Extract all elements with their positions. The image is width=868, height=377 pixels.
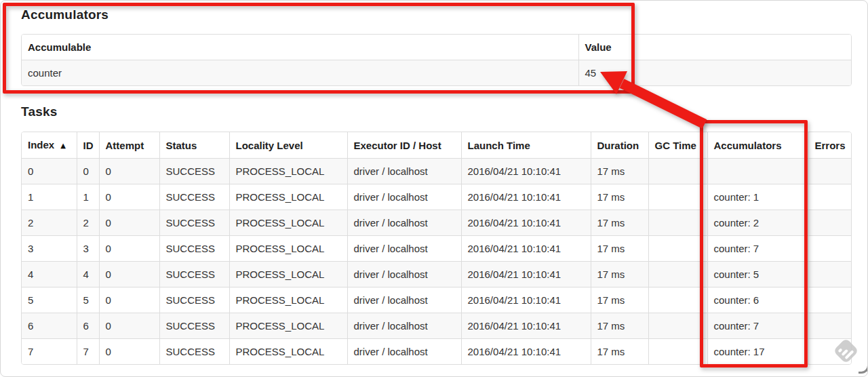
column-header-index-label: Index — [28, 139, 54, 151]
task-row: 000SUCCESSPROCESS_LOCALdriver / localhos… — [22, 159, 852, 184]
cell-index: 3 — [22, 236, 77, 262]
cell-locality-level: PROCESS_LOCAL — [229, 236, 347, 262]
task-row: 770SUCCESSPROCESS_LOCALdriver / localhos… — [22, 339, 852, 365]
column-header-launch-time[interactable]: Launch Time — [461, 132, 591, 159]
task-row: 660SUCCESSPROCESS_LOCALdriver / localhos… — [22, 313, 852, 339]
cell-accumulators: counter: 7 — [707, 313, 808, 339]
cell-gc-time — [648, 159, 707, 184]
column-header-status[interactable]: Status — [159, 132, 229, 159]
cell-status: SUCCESS — [159, 262, 229, 287]
cell-status: SUCCESS — [159, 287, 229, 313]
cell-accumulators: counter: 17 — [707, 339, 808, 365]
cell-index: 6 — [22, 313, 77, 339]
page-content: Accumulators Accumulable Value counter 4… — [1, 1, 867, 365]
cell-gc-time — [648, 313, 707, 339]
column-header-accumulable[interactable]: Accumulable — [22, 35, 578, 60]
task-row: 220SUCCESSPROCESS_LOCALdriver / localhos… — [22, 210, 852, 236]
cell-status: SUCCESS — [159, 184, 229, 210]
spark-ui-page: Accumulators Accumulable Value counter 4… — [0, 0, 868, 377]
cell-status: SUCCESS — [159, 313, 229, 339]
cell-accumulable-name: counter — [22, 60, 578, 86]
column-header-value[interactable]: Value — [578, 35, 852, 60]
window-corner-mark — [859, 365, 868, 374]
cell-errors — [808, 313, 852, 339]
cell-executor: driver / localhost — [347, 184, 461, 210]
cell-executor: driver / localhost — [347, 287, 461, 313]
cell-gc-time — [648, 184, 707, 210]
sort-ascending-icon: ▲ — [60, 142, 66, 149]
column-header-accumulators[interactable]: Accumulators — [707, 132, 808, 159]
cell-id: 6 — [77, 313, 99, 339]
task-row: 550SUCCESSPROCESS_LOCALdriver / localhos… — [22, 287, 852, 313]
cell-duration: 17 ms — [591, 210, 648, 236]
cell-attempt: 0 — [99, 339, 159, 365]
cell-status: SUCCESS — [159, 159, 229, 184]
accumulators-header-row: Accumulable Value — [22, 35, 852, 60]
cell-id: 0 — [77, 159, 99, 184]
cell-duration: 17 ms — [591, 287, 648, 313]
cell-duration: 17 ms — [591, 339, 648, 365]
cell-locality-level: PROCESS_LOCAL — [229, 339, 347, 365]
cell-locality-level: PROCESS_LOCAL — [229, 262, 347, 287]
cell-duration: 17 ms — [591, 262, 648, 287]
cell-gc-time — [648, 287, 707, 313]
cell-locality-level: PROCESS_LOCAL — [229, 210, 347, 236]
cell-errors — [808, 159, 852, 184]
column-header-id[interactable]: ID — [77, 132, 99, 159]
cell-index: 5 — [22, 287, 77, 313]
cell-id: 1 — [77, 184, 99, 210]
cell-errors — [808, 210, 852, 236]
cell-gc-time — [648, 339, 707, 365]
watermark-stripe — [837, 348, 842, 353]
cell-gc-time — [648, 236, 707, 262]
cell-attempt: 0 — [99, 159, 159, 184]
cell-executor: driver / localhost — [347, 262, 461, 287]
cell-executor: driver / localhost — [347, 339, 461, 365]
cell-duration: 17 ms — [591, 236, 648, 262]
cell-id: 3 — [77, 236, 99, 262]
accumulators-table: Accumulable Value counter 45 — [21, 34, 852, 86]
cell-locality-level: PROCESS_LOCAL — [229, 184, 347, 210]
cell-errors — [808, 236, 852, 262]
cell-duration: 17 ms — [591, 159, 648, 184]
cell-id: 5 — [77, 287, 99, 313]
cell-launch-time: 2016/04/21 10:10:41 — [461, 236, 591, 262]
cell-attempt: 0 — [99, 287, 159, 313]
cell-attempt: 0 — [99, 184, 159, 210]
cell-launch-time: 2016/04/21 10:10:41 — [461, 184, 591, 210]
cell-executor: driver / localhost — [347, 236, 461, 262]
cell-index: 2 — [22, 210, 77, 236]
cell-duration: 17 ms — [591, 184, 648, 210]
column-header-executor[interactable]: Executor ID / Host — [347, 132, 461, 159]
cell-accumulable-value: 45 — [578, 60, 852, 86]
column-header-gc-time[interactable]: GC Time — [648, 132, 707, 159]
cell-accumulators: counter: 1 — [707, 184, 808, 210]
cell-duration: 17 ms — [591, 313, 648, 339]
cell-attempt: 0 — [99, 210, 159, 236]
cell-executor: driver / localhost — [347, 313, 461, 339]
cell-id: 7 — [77, 339, 99, 365]
cell-attempt: 0 — [99, 236, 159, 262]
column-header-index[interactable]: Index▲ — [22, 132, 77, 159]
column-header-locality-level[interactable]: Locality Level — [229, 132, 347, 159]
column-header-errors[interactable]: Errors — [808, 132, 852, 159]
cell-locality-level: PROCESS_LOCAL — [229, 159, 347, 184]
cell-errors — [808, 184, 852, 210]
column-header-attempt[interactable]: Attempt — [99, 132, 159, 159]
column-header-duration[interactable]: Duration — [591, 132, 648, 159]
cell-accumulators: counter: 5 — [707, 262, 808, 287]
tasks-header-row: Index▲ ID Attempt Status Locality Level … — [22, 132, 852, 159]
cell-accumulators: counter: 7 — [707, 236, 808, 262]
cell-accumulators — [707, 159, 808, 184]
task-row: 440SUCCESSPROCESS_LOCALdriver / localhos… — [22, 262, 852, 287]
cell-launch-time: 2016/04/21 10:10:41 — [461, 313, 591, 339]
cell-index: 0 — [22, 159, 77, 184]
cell-status: SUCCESS — [159, 339, 229, 365]
accumulator-row: counter 45 — [22, 60, 852, 86]
cell-locality-level: PROCESS_LOCAL — [229, 313, 347, 339]
cell-index: 1 — [22, 184, 77, 210]
cell-executor: driver / localhost — [347, 159, 461, 184]
tasks-table: Index▲ ID Attempt Status Locality Level … — [21, 132, 852, 365]
task-row: 110SUCCESSPROCESS_LOCALdriver / localhos… — [22, 184, 852, 210]
cell-index: 4 — [22, 262, 77, 287]
